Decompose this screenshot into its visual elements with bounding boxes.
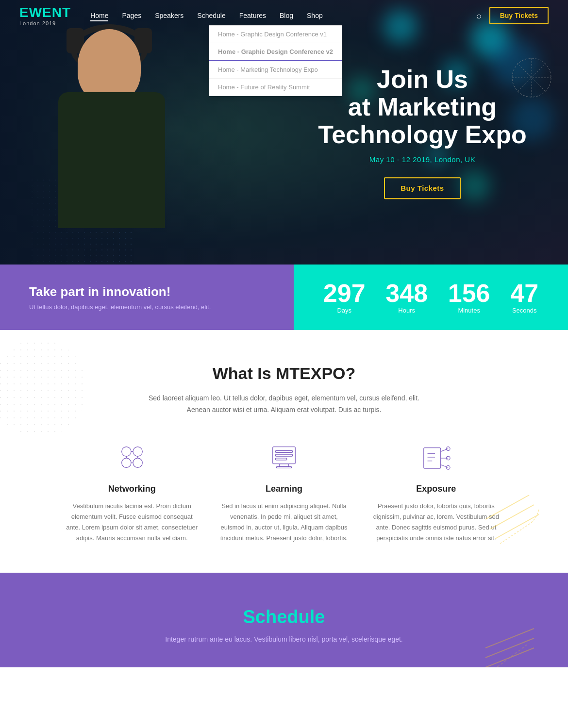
svg-line-33 <box>485 638 534 658</box>
schedule-decoration <box>481 619 539 667</box>
svg-rect-13 <box>273 447 296 463</box>
features-grid: Networking Vestibulum iaculis lacinia es… <box>66 440 502 544</box>
count-seconds-label: Seconds <box>512 307 537 314</box>
svg-point-5 <box>121 447 131 456</box>
svg-point-8 <box>133 458 142 467</box>
svg-line-30 <box>495 514 539 539</box>
count-minutes: 156 Minutes <box>448 281 490 314</box>
exposure-svg-icon <box>421 442 451 472</box>
count-days-label: Days <box>337 307 351 314</box>
learning-title: Learning <box>217 484 350 494</box>
hero-date: May 10 - 12 2019, London, UK <box>306 155 539 164</box>
learning-desc: Sed in lacus ut enim adipiscing aliquet.… <box>217 501 350 544</box>
schedule-title: Schedule <box>39 607 529 628</box>
dropdown-item-1[interactable]: Home - Graphic Design Conference v1 <box>209 26 342 43</box>
svg-rect-19 <box>424 447 441 468</box>
svg-rect-14 <box>276 450 293 452</box>
mtexpo-description: Sed laoreet aliquam leo. Ut tellus dolor… <box>148 393 420 416</box>
svg-rect-15 <box>276 454 293 456</box>
nav-home[interactable]: Home <box>90 12 108 19</box>
schedule-section: Schedule Integer rutrum ante eu lacus. V… <box>0 573 568 667</box>
home-dropdown: Home - Graphic Design Conference v1 Home… <box>209 25 342 96</box>
countdown-desc: Ut tellus dolor, dapibus eget, elementum… <box>29 303 265 311</box>
svg-line-29 <box>490 505 534 529</box>
schedule-deco-svg <box>481 619 539 667</box>
nav-features[interactable]: Features <box>239 12 266 19</box>
networking-title: Networking <box>66 484 198 494</box>
count-days: 297 Days <box>323 281 366 314</box>
learning-icon <box>267 440 301 474</box>
count-minutes-label: Minutes <box>458 307 480 314</box>
mtexpo-section: What Is MTEXPO? Sed laoreet aliquam leo.… <box>0 330 568 573</box>
deco-lines-right <box>481 490 544 553</box>
countdown-left: Take part in innovation! Ut tellus dolor… <box>0 265 294 330</box>
logo[interactable]: EWENT London 2019 <box>19 5 71 26</box>
mtexpo-title: What Is MTEXPO? <box>39 364 529 383</box>
person-head <box>78 29 141 102</box>
svg-rect-16 <box>276 458 287 460</box>
networking-desc: Vestibulum iaculis lacinia est. Proin di… <box>66 501 198 544</box>
svg-point-6 <box>133 447 142 456</box>
deco-svg <box>481 490 544 553</box>
dropdown-item-3[interactable]: Home - Marketing Technology Expo <box>209 61 342 79</box>
svg-line-31 <box>485 495 529 519</box>
count-hours-label: Hours <box>398 307 415 314</box>
learning-svg-icon <box>269 442 299 472</box>
countdown-section: Take part in innovation! Ut tellus dolor… <box>0 265 568 330</box>
countdown-heading: Take part in innovation! <box>29 284 265 299</box>
networking-svg-icon <box>117 442 147 472</box>
svg-rect-17 <box>279 463 288 466</box>
nav-buy-tickets-button[interactable]: Buy Tickets <box>489 7 549 24</box>
nav-schedule[interactable]: Schedule <box>197 12 225 19</box>
count-days-number: 297 <box>323 281 366 306</box>
brand-subtitle: London 2019 <box>19 20 71 26</box>
feature-networking: Networking Vestibulum iaculis lacinia es… <box>66 440 198 544</box>
svg-point-7 <box>121 458 131 467</box>
count-seconds-number: 47 <box>510 281 538 306</box>
nav-shop[interactable]: Shop <box>307 12 323 19</box>
exposure-icon <box>419 440 453 474</box>
brand-name: EWENT <box>19 5 71 20</box>
feature-learning: Learning Sed in lacus ut enim adipiscing… <box>217 440 350 544</box>
dot-pattern-left <box>0 340 87 437</box>
schedule-subtitle: Integer rutrum ante eu lacus. Vestibulum… <box>39 635 529 643</box>
count-seconds: 47 Seconds <box>510 281 538 314</box>
dropdown-item-4[interactable]: Home - Future of Reality Summit <box>209 79 342 96</box>
nav-right: ⌕ Buy Tickets <box>476 7 549 24</box>
dropdown-item-2[interactable]: Home - Graphic Design Conference v2 <box>209 43 342 61</box>
nav-pages[interactable]: Pages <box>122 12 141 19</box>
svg-rect-18 <box>276 466 291 468</box>
count-hours: 348 Hours <box>385 281 428 314</box>
count-minutes-number: 156 <box>448 281 490 306</box>
networking-icon <box>115 440 149 474</box>
person-body <box>58 92 165 228</box>
hero-buy-tickets-button[interactable]: Buy Tickets <box>384 177 460 199</box>
count-hours-number: 348 <box>385 281 428 306</box>
nav-blog[interactable]: Blog <box>280 12 293 19</box>
nav-links: Home Pages Speakers Schedule Features Bl… <box>90 12 476 19</box>
countdown-right: 297 Days 348 Hours 156 Minutes 47 Second… <box>294 265 568 330</box>
nav-speakers[interactable]: Speakers <box>155 12 184 19</box>
search-icon[interactable]: ⌕ <box>476 11 482 21</box>
